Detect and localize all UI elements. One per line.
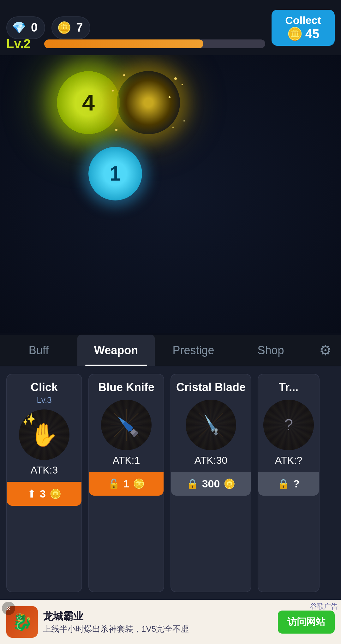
- diamond-badge: 💎 0: [6, 16, 45, 39]
- diamond-icon: 💎: [11, 20, 27, 36]
- game-area[interactable]: 4 1: [0, 55, 341, 333]
- collect-label: Collect: [285, 14, 321, 27]
- tab-settings[interactable]: ⚙: [309, 335, 341, 366]
- ad-visit-button[interactable]: 访问网站: [278, 611, 335, 634]
- unlock-cost-blue-knife: 1: [123, 478, 129, 490]
- green-orb-number: 4: [82, 90, 95, 116]
- locked-btn-cristal-blade[interactable]: 🔒 300 🪙: [171, 472, 251, 496]
- ad-close-button[interactable]: ×: [2, 602, 15, 615]
- collect-number: 45: [305, 27, 320, 41]
- unlock-btn-blue-knife[interactable]: 🔓 1 🪙: [89, 472, 164, 496]
- svg-line-13: [211, 413, 223, 425]
- weapon-card-cristal-blade: Cristal Blade: [170, 374, 251, 592]
- tab-weapon-label: Weapon: [94, 344, 138, 357]
- ad-title: 龙城霸业: [43, 610, 273, 623]
- bottom-panel: Buff Weapon Prestige Shop ⚙ Click Lv.3 ✋…: [0, 335, 341, 600]
- svg-line-5: [114, 425, 126, 437]
- weapons-container: Click Lv.3 ✋ ✨ ATK:3 ⬆ 3 🪙 Blue Knife: [0, 366, 341, 600]
- weapon-level-click: Lv.3: [37, 395, 51, 405]
- cristal-blade-svg: [194, 408, 228, 442]
- close-icon: ×: [6, 604, 11, 613]
- locked-btn-tr[interactable]: 🔒 ?: [258, 472, 319, 496]
- collect-button[interactable]: Collect 🪙 45: [272, 10, 335, 46]
- locked-coin-icon: 🪙: [224, 478, 235, 489]
- level-bar-row: Lv.2: [6, 37, 265, 51]
- weapon-icon-tr: ?: [263, 400, 314, 450]
- weapon-icon-blue-knife: [101, 400, 152, 450]
- diamond-amount: 0: [31, 21, 38, 34]
- tab-buff[interactable]: Buff: [0, 335, 77, 366]
- weapon-name-click: Click: [31, 381, 58, 394]
- upgrade-arrow-icon: ⬆: [27, 487, 36, 500]
- currency-row: 💎 0 🪙 7: [6, 16, 272, 39]
- upgrade-coin-icon: 🪙: [50, 488, 61, 499]
- upgrade-btn-click[interactable]: ⬆ 3 🪙: [7, 482, 81, 506]
- blue-orb[interactable]: 1: [88, 147, 142, 200]
- weapon-atk-click: ATK:3: [31, 464, 58, 476]
- weapon-card-click: Click Lv.3 ✋ ✨ ATK:3 ⬆ 3 🪙: [6, 374, 82, 592]
- top-bar: 💎 0 🪙 7 Collect 🪙 45 Lv.2: [0, 0, 341, 55]
- blue-knife-svg: [109, 408, 144, 442]
- weapon-name-cristal-blade: Cristal Blade: [176, 381, 246, 394]
- tab-buff-label: Buff: [29, 344, 49, 357]
- svg-line-1: [126, 413, 138, 425]
- tab-shop-label: Shop: [257, 344, 284, 357]
- coin-badge: 🪙 7: [51, 16, 90, 39]
- xp-bar-fill: [44, 39, 203, 48]
- unlock-icon: 🔓: [108, 478, 120, 489]
- svg-rect-25: [214, 432, 218, 436]
- explosion-orb[interactable]: [117, 71, 180, 134]
- collect-amount: 🪙 45: [287, 27, 320, 41]
- coin-icon: 🪙: [56, 20, 72, 36]
- star-icon: ✨: [22, 413, 36, 426]
- lock-icon: 🔒: [187, 478, 198, 489]
- svg-line-17: [199, 425, 211, 437]
- ad-banner: × 谷歌广告 🐉 龙城霸业 上线半小时爆出杀神套装，1V5完全不虚 访问网站: [0, 600, 341, 644]
- locked-cost-tr: ?: [293, 478, 300, 490]
- tr-icon: ?: [284, 416, 293, 434]
- weapon-card-blue-knife: Blue Knife: [88, 374, 164, 592]
- green-orb[interactable]: 4: [57, 71, 120, 134]
- tab-prestige-label: Prestige: [172, 344, 214, 357]
- upgrade-cost-click: 3: [40, 488, 46, 500]
- tab-shop[interactable]: Shop: [232, 335, 309, 366]
- ad-subtitle: 上线半小时爆出杀神套装，1V5完全不虚: [43, 623, 273, 635]
- weapon-atk-cristal-blade: ATK:30: [194, 455, 227, 466]
- coin-amount: 7: [76, 21, 83, 34]
- gear-icon: ⚙: [319, 342, 332, 358]
- weapon-name-blue-knife: Blue Knife: [98, 381, 154, 394]
- unlock-coin-icon: 🪙: [133, 478, 145, 489]
- weapon-atk-blue-knife: ATK:1: [113, 455, 140, 466]
- level-label: Lv.2: [6, 37, 38, 51]
- blue-orb-number: 1: [110, 162, 121, 185]
- tabs: Buff Weapon Prestige Shop ⚙: [0, 335, 341, 366]
- ad-icon-emoji: 🐉: [12, 612, 33, 632]
- weapon-card-tr: Tr... ? ATK:? 🔒 ?: [258, 374, 320, 592]
- weapon-atk-tr: ATK:?: [275, 455, 302, 466]
- ad-label: 谷歌广告: [310, 602, 338, 611]
- collect-coin-icon: 🪙: [287, 27, 303, 41]
- weapon-icon-click: ✋ ✨: [19, 409, 69, 460]
- ad-text: 龙城霸业 上线半小时爆出杀神套装，1V5完全不虚: [43, 610, 273, 635]
- weapon-icon-cristal-blade: [186, 400, 236, 450]
- locked-cost-cristal-blade: 300: [202, 478, 220, 490]
- lock-icon-tr: 🔒: [278, 478, 289, 489]
- xp-bar: [44, 39, 265, 48]
- tab-prestige[interactable]: Prestige: [155, 335, 232, 366]
- weapon-name-tr: Tr...: [279, 381, 298, 394]
- tab-weapon[interactable]: Weapon: [77, 335, 155, 366]
